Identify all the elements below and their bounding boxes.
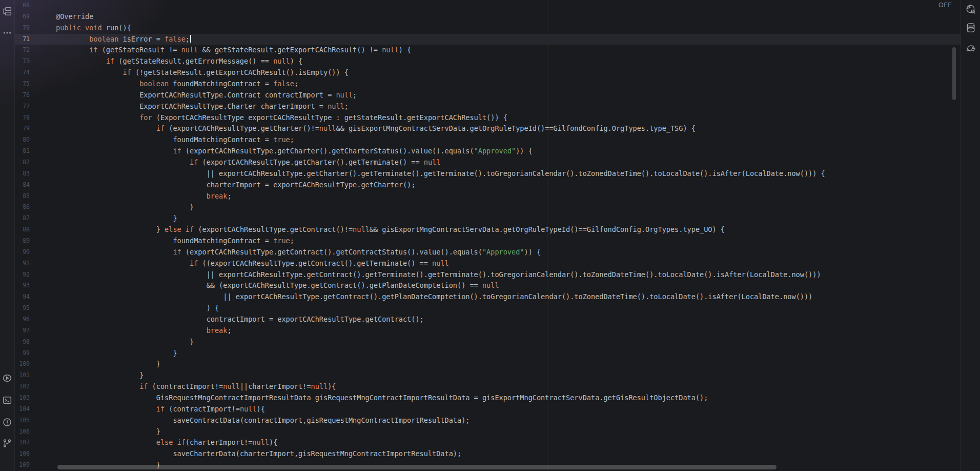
code-line[interactable]: 94|| exportCAChResultType.getContract().… — [14, 291, 961, 303]
keyword-token: if — [173, 248, 181, 256]
line-number[interactable]: 107 — [14, 437, 30, 448]
line-number[interactable]: 69 — [14, 11, 30, 23]
code-line[interactable]: 99} — [14, 348, 961, 359]
line-number[interactable]: 84 — [14, 180, 30, 191]
line-number[interactable]: 78 — [14, 112, 30, 124]
line-number[interactable]: 79 — [14, 123, 30, 134]
line-number[interactable]: 77 — [14, 101, 30, 112]
plain-token: ){ — [328, 382, 336, 390]
code-line[interactable]: 69@Override — [14, 11, 961, 23]
code-line[interactable]: 79if (exportCAChResultType.getCharter()!… — [14, 123, 961, 134]
code-line[interactable]: 84charterImport = exportCAChResultType.g… — [14, 180, 961, 191]
line-number[interactable]: 72 — [14, 45, 30, 56]
code-line[interactable]: 97break; — [14, 325, 961, 337]
code-line[interactable]: 92|| exportCAChResultType.getContract().… — [14, 269, 961, 281]
code-text: for (ExportCAChResultType exportCAChResu… — [139, 112, 507, 124]
line-number[interactable]: 95 — [14, 303, 30, 314]
problems-icon[interactable] — [3, 418, 12, 427]
radar-search-icon[interactable] — [966, 4, 976, 14]
code-line[interactable]: 93&& (exportCAChResultType.getContract()… — [14, 280, 961, 291]
horizontal-scrollbar-thumb[interactable] — [57, 465, 777, 469]
code-line[interactable]: 80foundMatchingContract = true; — [14, 134, 961, 146]
line-number[interactable]: 75 — [14, 78, 30, 90]
code-line[interactable]: 81if (exportCAChResultType.getCharter().… — [14, 146, 961, 157]
line-number[interactable]: 100 — [14, 359, 30, 370]
line-number[interactable]: 106 — [14, 426, 30, 438]
code-line[interactable]: 73if (getStateResult.getErrorMessage() =… — [14, 56, 961, 67]
code-line[interactable]: 98} — [14, 337, 961, 348]
line-number[interactable]: 96 — [14, 314, 30, 325]
line-number[interactable]: 71 — [14, 34, 30, 45]
run-icon[interactable] — [3, 374, 12, 383]
line-number[interactable]: 82 — [14, 157, 30, 168]
code-line[interactable]: 100} — [14, 359, 961, 370]
line-number[interactable]: 87 — [14, 213, 30, 224]
code-line[interactable]: 91if ((exportCAChResultType.getContract(… — [14, 258, 961, 269]
code-line[interactable]: 108saveCharterData(charterImport,gisRequ… — [14, 448, 961, 460]
line-number[interactable]: 86 — [14, 202, 30, 213]
code-line[interactable]: 101} — [14, 370, 961, 381]
more-icon[interactable] — [3, 28, 12, 37]
line-number[interactable]: 81 — [14, 146, 30, 157]
code-line[interactable]: 85break; — [14, 191, 961, 202]
code-line[interactable]: 89foundMatchingContract = true; — [14, 235, 961, 247]
code-line[interactable]: 95) { — [14, 303, 961, 314]
code-line[interactable]: 90if (exportCAChResultType.getContract()… — [14, 247, 961, 258]
code-line[interactable]: 78for (ExportCAChResultType exportCAChRe… — [14, 112, 961, 124]
line-number[interactable]: 85 — [14, 191, 30, 202]
line-number[interactable]: 80 — [14, 134, 30, 146]
code-line[interactable]: 103GisRequestMngContractImportResultData… — [14, 392, 961, 404]
code-line[interactable]: 76ExportCAChResultType.Contract contract… — [14, 90, 961, 101]
code-line[interactable]: 96contractImport = exportCAChResultType.… — [14, 314, 961, 325]
line-number[interactable]: 101 — [14, 370, 30, 381]
code-line[interactable]: 86} — [14, 202, 961, 213]
code-line[interactable]: 75boolean foundMatchingContract = false; — [14, 78, 961, 90]
code-line[interactable]: 74if (!getStateResult.getExportCAChResul… — [14, 67, 961, 78]
line-number[interactable]: 76 — [14, 90, 30, 101]
gradle-elephant-icon[interactable] — [966, 43, 976, 53]
code-line[interactable]: 107else if(charterImport!=null){ — [14, 437, 961, 448]
line-number[interactable]: 91 — [14, 258, 30, 269]
line-number[interactable]: 102 — [14, 381, 30, 392]
line-number[interactable]: 108 — [14, 448, 30, 460]
structure-icon[interactable] — [3, 7, 12, 16]
code-line[interactable]: 102if (contractImport!=null||charterImpo… — [14, 381, 961, 392]
line-number[interactable]: 73 — [14, 56, 30, 67]
line-number[interactable]: 98 — [14, 337, 30, 348]
editor-pane[interactable]: 6869@Override70public void run(){71boole… — [0, 0, 961, 471]
code-line[interactable]: 68 — [14, 0, 961, 11]
line-number[interactable]: 89 — [14, 235, 30, 247]
line-number[interactable]: 93 — [14, 280, 30, 291]
line-number[interactable]: 104 — [14, 404, 30, 415]
code-line[interactable]: 106} — [14, 426, 961, 438]
code-line[interactable]: 105saveContractData(contractImport,gisRe… — [14, 415, 961, 426]
line-number[interactable]: 88 — [14, 224, 30, 235]
code-line[interactable]: 82if (exportCAChResultType.getCharter().… — [14, 157, 961, 168]
terminal-icon[interactable] — [3, 396, 12, 405]
code-line[interactable]: 104if (contractImport!=null){ — [14, 404, 961, 415]
line-number[interactable]: 103 — [14, 392, 30, 404]
database-icon[interactable] — [966, 23, 976, 33]
code-line[interactable]: 87} — [14, 213, 961, 224]
code-line[interactable]: 70public void run(){ — [14, 23, 961, 34]
line-number[interactable]: 83 — [14, 168, 30, 180]
code-line[interactable]: 88} else if (exportCAChResultType.getCon… — [14, 224, 961, 235]
plain-token: ; — [353, 91, 357, 99]
line-number[interactable]: 97 — [14, 325, 30, 337]
git-branch-icon[interactable] — [3, 439, 12, 448]
line-number[interactable]: 70 — [14, 23, 30, 34]
line-number[interactable]: 68 — [14, 0, 30, 11]
vertical-scrollbar-thumb[interactable] — [952, 47, 956, 100]
code-line[interactable]: 83|| exportCAChResultType.getCharter().g… — [14, 168, 961, 180]
line-number[interactable]: 99 — [14, 348, 30, 359]
code-line[interactable]: 72if (getStateResult != null && getState… — [14, 45, 961, 56]
code-line[interactable]: 71boolean isError = false; — [14, 34, 961, 45]
line-number[interactable]: 109 — [14, 460, 30, 471]
code-line[interactable]: 77ExportCAChResultType.Charter charterIm… — [14, 101, 961, 112]
plain-token — [81, 24, 85, 32]
line-number[interactable]: 92 — [14, 269, 30, 281]
line-number[interactable]: 90 — [14, 247, 30, 258]
line-number[interactable]: 94 — [14, 291, 30, 303]
line-number[interactable]: 105 — [14, 415, 30, 426]
line-number[interactable]: 74 — [14, 67, 30, 78]
